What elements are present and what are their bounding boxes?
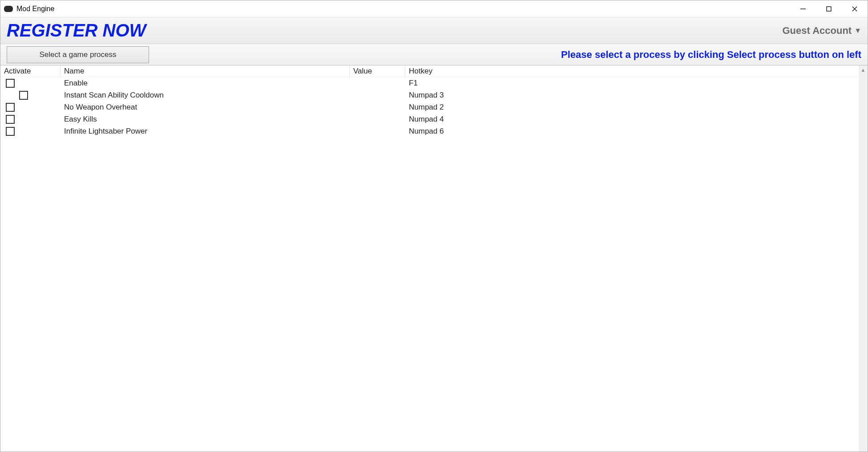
register-now-link[interactable]: REGISTER NOW — [7, 20, 146, 41]
activate-checkbox[interactable] — [19, 91, 28, 100]
cell-hotkey: Numpad 4 — [405, 115, 859, 124]
cell-name: Easy Kills — [61, 115, 350, 124]
cell-hotkey: Numpad 6 — [405, 127, 859, 136]
instruction-text: Please select a process by clicking Sele… — [561, 49, 861, 61]
app-icon — [4, 6, 13, 12]
maximize-icon — [826, 6, 832, 12]
cell-name: No Weapon Overheat — [61, 103, 350, 112]
cell-activate — [0, 103, 61, 112]
titlebar: Mod Engine — [0, 0, 868, 17]
header-activate[interactable]: Activate — [0, 65, 61, 77]
select-process-button[interactable]: Select a game process — [7, 46, 149, 63]
activate-checkbox[interactable] — [6, 79, 15, 88]
cell-name: Enable — [61, 79, 350, 88]
cell-name: Instant Scan Ability Cooldown — [61, 91, 350, 100]
chevron-down-icon: ▼ — [854, 27, 861, 35]
table-row[interactable]: Instant Scan Ability CooldownNumpad 3 — [0, 89, 859, 101]
scrollbar[interactable]: ▲ — [859, 65, 868, 452]
scroll-up-button[interactable]: ▲ — [859, 65, 868, 74]
table-row[interactable]: No Weapon OverheatNumpad 2 — [0, 101, 859, 113]
actionbar: Select a game process Please select a pr… — [0, 44, 868, 65]
header-hotkey[interactable]: Hotkey — [405, 65, 859, 77]
minimize-icon — [800, 6, 806, 12]
main-window: Mod Engine REGISTER NOW Guest Account ▼ … — [0, 0, 868, 452]
close-icon — [852, 6, 858, 12]
cell-hotkey: Numpad 2 — [405, 103, 859, 112]
topbar: REGISTER NOW Guest Account ▼ — [0, 17, 868, 44]
cell-activate — [0, 91, 61, 100]
cell-activate — [0, 79, 61, 88]
activate-checkbox[interactable] — [6, 127, 15, 136]
table-row[interactable]: Infinite Lightsaber PowerNumpad 6 — [0, 125, 859, 137]
table-row[interactable]: Easy KillsNumpad 4 — [0, 113, 859, 125]
cell-activate — [0, 127, 61, 136]
cell-hotkey: F1 — [405, 79, 859, 88]
content-area: Activate Name Value Hotkey EnableF1Insta… — [0, 65, 868, 452]
cheat-table: Activate Name Value Hotkey EnableF1Insta… — [0, 65, 859, 452]
window-controls — [790, 0, 868, 17]
minimize-button[interactable] — [790, 0, 816, 17]
header-name[interactable]: Name — [61, 65, 350, 77]
account-dropdown[interactable]: Guest Account ▼ — [783, 25, 862, 37]
account-label: Guest Account — [783, 25, 852, 37]
svg-rect-1 — [827, 7, 831, 11]
close-button[interactable] — [842, 0, 868, 17]
cell-hotkey: Numpad 3 — [405, 91, 859, 100]
window-title: Mod Engine — [16, 5, 54, 13]
maximize-button[interactable] — [816, 0, 842, 17]
table-body: EnableF1Instant Scan Ability CooldownNum… — [0, 77, 859, 137]
activate-checkbox[interactable] — [6, 115, 15, 124]
cell-activate — [0, 115, 61, 124]
table-header: Activate Name Value Hotkey — [0, 65, 859, 77]
activate-checkbox[interactable] — [6, 103, 15, 112]
cell-name: Infinite Lightsaber Power — [61, 127, 350, 136]
table-row[interactable]: EnableF1 — [0, 77, 859, 89]
header-value[interactable]: Value — [350, 65, 405, 77]
